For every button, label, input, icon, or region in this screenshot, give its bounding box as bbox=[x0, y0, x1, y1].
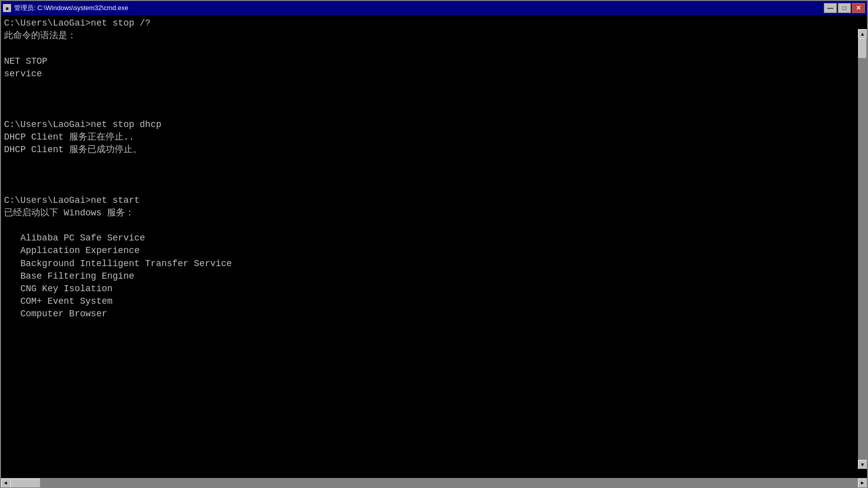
v-scrollbar-thumb[interactable] bbox=[858, 38, 866, 58]
scroll-down-button[interactable]: ▼ bbox=[858, 460, 867, 469]
terminal-line bbox=[4, 156, 864, 169]
window-title: 管理员: C:\Windows\system32\cmd.exe bbox=[14, 4, 129, 13]
terminal-line: CNG Key Isolation bbox=[4, 283, 864, 295]
cmd-icon: ■ bbox=[3, 4, 11, 12]
terminal-line: Base Filtering Engine bbox=[4, 270, 864, 283]
title-bar: ■ 管理员: C:\Windows\system32\cmd.exe — □ ✕ bbox=[1, 1, 867, 15]
terminal-line bbox=[4, 169, 864, 181]
scroll-right-button[interactable]: ► bbox=[858, 478, 867, 487]
close-button[interactable]: ✕ bbox=[852, 3, 865, 13]
terminal-line bbox=[4, 42, 864, 55]
terminal-line bbox=[4, 80, 864, 93]
terminal-line: COM+ Event System bbox=[4, 295, 864, 308]
terminal-line: service bbox=[4, 68, 864, 80]
terminal-line: Application Experience bbox=[4, 245, 864, 257]
minimize-button[interactable]: — bbox=[824, 3, 837, 13]
terminal-output: C:\Users\LaoGai>net stop /?此命令的语法是：NET S… bbox=[1, 15, 867, 478]
vertical-scrollbar[interactable]: ▲ ▼ bbox=[858, 29, 867, 469]
terminal-line: NET STOP bbox=[4, 55, 864, 68]
down-arrow-icon: ▼ bbox=[860, 462, 865, 467]
terminal-line: C:\Users\LaoGai>net start bbox=[4, 194, 864, 207]
left-arrow-icon: ◄ bbox=[3, 480, 8, 485]
title-bar-left: ■ 管理员: C:\Windows\system32\cmd.exe bbox=[3, 4, 129, 13]
terminal-line bbox=[4, 219, 864, 232]
terminal-line: 已经启动以下 Windows 服务： bbox=[4, 207, 864, 219]
up-arrow-icon: ▲ bbox=[860, 31, 865, 37]
restore-button[interactable]: □ bbox=[838, 3, 851, 13]
scroll-left-button[interactable]: ◄ bbox=[1, 478, 10, 487]
terminal-line: DHCP Client 服务已成功停止。 bbox=[4, 144, 864, 156]
horizontal-scrollbar[interactable]: ◄ ► bbox=[1, 478, 867, 487]
right-arrow-icon: ► bbox=[860, 480, 865, 485]
scroll-up-button[interactable]: ▲ bbox=[858, 29, 867, 38]
terminal-line bbox=[4, 93, 864, 105]
terminal-line: DHCP Client 服务正在停止.. bbox=[4, 131, 864, 144]
h-scrollbar-track[interactable] bbox=[10, 478, 858, 487]
terminal-line: Alibaba PC Safe Service bbox=[4, 232, 864, 245]
terminal-line: C:\Users\LaoGai>net stop dhcp bbox=[4, 118, 864, 131]
terminal-line: Background Intelligent Transfer Service bbox=[4, 258, 864, 270]
terminal-line bbox=[4, 181, 864, 194]
title-buttons: — □ ✕ bbox=[824, 3, 865, 13]
terminal-line: 此命令的语法是： bbox=[4, 30, 864, 42]
v-scrollbar-track[interactable] bbox=[858, 38, 867, 460]
terminal-line: Computer Browser bbox=[4, 308, 864, 320]
terminal-line bbox=[4, 105, 864, 118]
terminal-line: C:\Users\LaoGai>net stop /? bbox=[4, 17, 864, 30]
h-scrollbar-thumb[interactable] bbox=[10, 478, 40, 487]
cmd-window: ■ 管理员: C:\Windows\system32\cmd.exe — □ ✕… bbox=[0, 0, 868, 488]
